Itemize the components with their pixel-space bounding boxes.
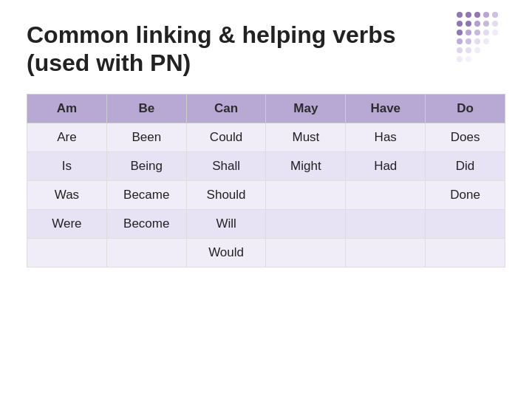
header-do: Do [426,94,505,123]
table-cell: Shall [186,151,266,180]
svg-point-4 [492,12,498,18]
svg-point-22 [457,56,463,62]
table-cell: Being [106,151,186,180]
table-cell: Been [106,123,186,151]
header-may: May [266,94,346,123]
table-cell: Is [27,151,107,180]
page-title: Common linking & helping verbs (used wit… [27,21,440,78]
table-cell [426,238,505,267]
svg-point-20 [466,47,471,53]
svg-point-1 [466,12,471,18]
verbs-table: Am Be Can May Have Do AreBeenCouldMustHa… [27,94,505,267]
header-can: Can [186,94,266,123]
svg-point-16 [466,38,471,44]
table-cell [426,209,505,238]
svg-point-9 [492,21,498,27]
table-cell: Would [186,238,266,267]
table-cell: Became [106,180,186,209]
svg-point-11 [466,30,471,35]
table-cell: Could [186,123,266,151]
table-cell [346,209,426,238]
table-cell: Did [426,151,505,180]
table-cell: Does [426,123,505,151]
table-cell [266,180,346,209]
table-cell: Has [346,123,426,151]
svg-point-10 [457,30,463,35]
table-cell [106,238,186,267]
svg-point-3 [483,12,489,18]
table-cell [27,238,107,267]
svg-point-19 [457,47,463,53]
svg-point-8 [483,21,489,27]
table-cell: Were [27,209,107,238]
svg-point-15 [457,38,463,44]
svg-point-5 [457,21,463,27]
table-row: WereBecomeWill [27,209,505,238]
table-row: WasBecameShouldDone [27,180,505,209]
table-cell: Must [266,123,346,151]
table-cell: Will [186,209,266,238]
header-be: Be [106,94,186,123]
header-am: Am [27,94,107,123]
svg-point-18 [483,38,489,44]
svg-point-21 [474,47,480,53]
table-cell: Was [27,180,107,209]
table-cell: Should [186,180,266,209]
table-row: Would [27,238,505,267]
table-header-row: Am Be Can May Have Do [27,94,505,123]
svg-point-0 [457,12,463,18]
table-cell [266,209,346,238]
decorative-dots [452,7,519,74]
svg-point-17 [474,38,480,44]
table-row: AreBeenCouldMustHasDoes [27,123,505,151]
table-cell [346,180,426,209]
header-have: Have [346,94,426,123]
svg-point-2 [474,12,480,18]
svg-point-23 [466,56,471,62]
table-cell [266,238,346,267]
page: Common linking & helping verbs (used wit… [0,0,532,399]
svg-point-14 [492,30,498,35]
table-cell: Done [426,180,505,209]
svg-point-12 [474,30,480,35]
table-cell: Had [346,151,426,180]
table-cell: Are [27,123,107,151]
svg-point-13 [483,30,489,35]
svg-point-7 [474,21,480,27]
table-row: IsBeingShallMightHadDid [27,151,505,180]
table-cell [346,238,426,267]
table-cell: Might [266,151,346,180]
svg-point-6 [466,21,471,27]
table-cell: Become [106,209,186,238]
